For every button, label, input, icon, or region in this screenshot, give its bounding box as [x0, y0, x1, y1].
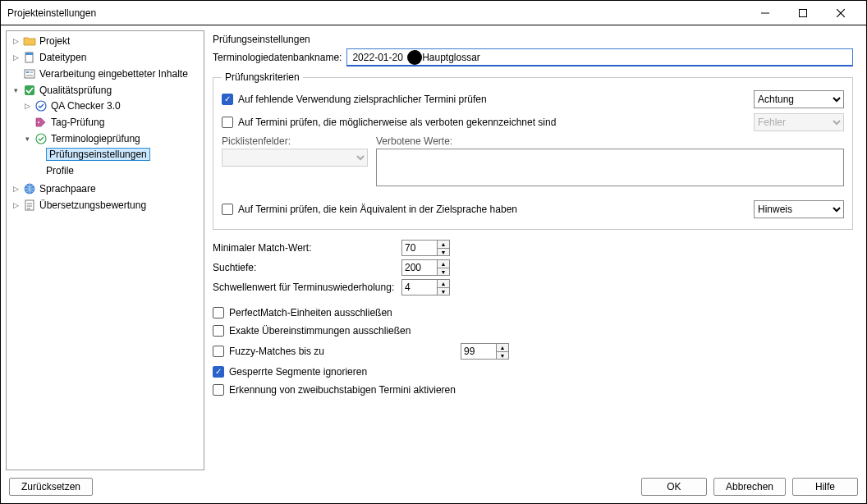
tree-item-projekt[interactable]: ▷ Projekt [10, 34, 204, 48]
svg-rect-6 [26, 75, 33, 76]
spinner-up[interactable]: ▲ [438, 260, 449, 268]
opt-twoletter-checkbox[interactable] [213, 384, 224, 396]
picklist-select [222, 149, 368, 167]
spinner-buttons: ▲ ▼ [438, 279, 450, 296]
tree-label: QA Checker 3.0 [51, 100, 121, 112]
spacer [34, 167, 43, 175]
min-match-input[interactable] [401, 240, 438, 256]
section-title: Prüfungseinstellungen [213, 30, 853, 47]
criteria-3-level-select[interactable]: Hinweis [754, 200, 844, 218]
spinner-buttons: ▲ ▼ [497, 343, 509, 360]
threshold-label: Schwellenwert für Terminuswiederholung: [213, 282, 395, 293]
opt-fuzzy-label: Fuzzy-Matches bis zu [229, 346, 324, 357]
check-icon [23, 84, 36, 97]
criteria-row-3: Auf Termini prüfen, die kein Äquivalent … [222, 198, 844, 221]
tree-item-terminologie[interactable]: ▾ Terminologieprüfung [21, 131, 204, 146]
tree-item-sprachpaare[interactable]: ▷ Sprachpaare [10, 181, 204, 196]
criteria-3-checkbox[interactable] [222, 204, 233, 215]
window-title: Projekteinstellungen [7, 7, 746, 19]
expand-icon: ▾ [23, 135, 31, 143]
spinner-up[interactable]: ▲ [497, 344, 508, 351]
search-depth-input[interactable] [401, 259, 438, 276]
spinner-up[interactable]: ▲ [438, 241, 449, 248]
maximize-button[interactable] [784, 1, 822, 25]
opt-exact-checkbox[interactable] [213, 325, 224, 337]
opt-exact-row: Exakte Übereinstimmungen ausschließen [213, 322, 853, 340]
collapse-icon: ▷ [23, 102, 31, 110]
forbidden-label: Verbotene Werte: [376, 135, 844, 147]
tree-label: Dateitypen [39, 52, 86, 63]
content-pane: Prüfungseinstellungen Terminologiedatenb… [204, 30, 861, 470]
forbidden-col: Verbotene Werte: [376, 135, 844, 186]
search-depth-spinner: ▲ ▼ [401, 259, 450, 276]
close-button[interactable] [822, 1, 860, 25]
tree-item-qa-checker[interactable]: ▷ QA Checker 3.0 [21, 99, 204, 113]
main: ▷ Projekt ▷ [1, 25, 866, 470]
opt-fuzzy-checkbox[interactable] [213, 346, 224, 357]
search-depth-row: Suchtiefe: ▲ ▼ [213, 258, 853, 277]
tree-item-tag-pruefung[interactable]: Tag-Prüfung [21, 115, 204, 130]
tree-item-dateitypen[interactable]: ▷ Dateitypen [10, 50, 204, 65]
term-icon [34, 132, 48, 145]
folder-icon [23, 34, 36, 48]
spinner-down[interactable]: ▼ [438, 248, 449, 255]
criteria-1-label: Auf fehlende Verwendung zielsprachlicher… [238, 94, 487, 105]
footer: Zurücksetzen OK Abbrechen Hilfe [1, 470, 866, 503]
minimize-icon [761, 9, 769, 17]
opt-perfectmatch-row: PerfectMatch-Einheiten ausschließen [213, 304, 853, 322]
search-depth-label: Suchtiefe: [213, 262, 395, 273]
spinner-down[interactable]: ▼ [438, 268, 449, 275]
criteria-row-1: Auf fehlende Verwendung zielsprachlicher… [222, 88, 844, 111]
tree-item-pruefeinst[interactable]: Prüfungseinstellungen [33, 147, 204, 162]
db-name-row: Terminologiedatenbankname: [213, 47, 853, 71]
picklist-label: Picklistenfelder: [222, 135, 368, 147]
collapse-icon: ▷ [11, 201, 20, 209]
tree-item-profile[interactable]: Profile [33, 163, 204, 178]
body: ▷ Projekt ▷ [1, 25, 866, 503]
fuzzy-input[interactable] [461, 343, 497, 360]
tree-label: Sprachpaare [39, 183, 96, 195]
opt-twoletter-row: Erkennung von zweibuchstabigen Termini a… [213, 381, 853, 399]
criteria-1-checkbox[interactable] [222, 94, 233, 105]
tree-label-selected: Prüfungseinstellungen [46, 148, 150, 161]
ok-button[interactable]: OK [641, 478, 707, 496]
forbidden-values-box [376, 149, 844, 186]
opt-perfectmatch-checkbox[interactable] [213, 307, 224, 318]
nav-tree: ▷ Projekt ▷ [7, 33, 204, 213]
window-controls [746, 1, 860, 25]
opt-perfectmatch-label: PerfectMatch-Einheiten ausschließen [229, 307, 392, 318]
opt-locked-checkbox[interactable] [213, 366, 224, 378]
embedded-icon [23, 67, 36, 80]
minimize-button[interactable] [746, 1, 784, 25]
tree-item-qualitaet[interactable]: ▾ Qualitätsprüfung [10, 83, 204, 98]
opt-exact-label: Exakte Übereinstimmungen ausschließen [229, 325, 411, 337]
picklist-col: Picklistenfelder: [222, 135, 368, 186]
cancel-button[interactable]: Abbrechen [713, 478, 786, 496]
criteria-1-label-wrap: Auf fehlende Verwendung zielsprachlicher… [222, 94, 745, 105]
criteria-row-2: Auf Termini prüfen, die möglicherweise a… [222, 111, 844, 134]
svg-rect-3 [25, 70, 34, 78]
spinner-up[interactable]: ▲ [438, 280, 449, 287]
spacer [34, 150, 43, 158]
db-name-input[interactable] [346, 48, 853, 66]
tree-label: Terminologieprüfung [51, 133, 140, 144]
spinner-down[interactable]: ▼ [438, 287, 449, 295]
collapse-icon: ▷ [11, 185, 20, 193]
titlebar: Projekteinstellungen [1, 1, 866, 25]
criteria-1-level-select[interactable]: Achtung [754, 90, 844, 108]
criteria-2-checkbox[interactable] [222, 117, 233, 128]
criteria-2-label-wrap: Auf Termini prüfen, die möglicherweise a… [222, 117, 745, 128]
help-button[interactable]: Hilfe [792, 478, 858, 496]
tree-item-uebersetzung[interactable]: ▷ Übersetzungsbewertung [10, 198, 204, 213]
criteria-legend: Prüfungskriterien [222, 71, 303, 83]
spacer [23, 118, 31, 126]
tree-item-verarbeitung[interactable]: Verarbeitung eingebetteter Inhalte [10, 66, 204, 81]
reset-button[interactable]: Zurücksetzen [9, 478, 93, 496]
tree-label: Verarbeitung eingebetteter Inhalte [39, 68, 188, 80]
threshold-spinner: ▲ ▼ [401, 279, 450, 296]
criteria-2-level-select: Fehler [754, 113, 844, 131]
collapse-icon: ▷ [11, 53, 20, 62]
spinner-down[interactable]: ▼ [497, 351, 508, 359]
threshold-input[interactable] [401, 279, 438, 296]
min-match-row: Minimaler Match-Wert: ▲ ▼ [213, 238, 853, 258]
